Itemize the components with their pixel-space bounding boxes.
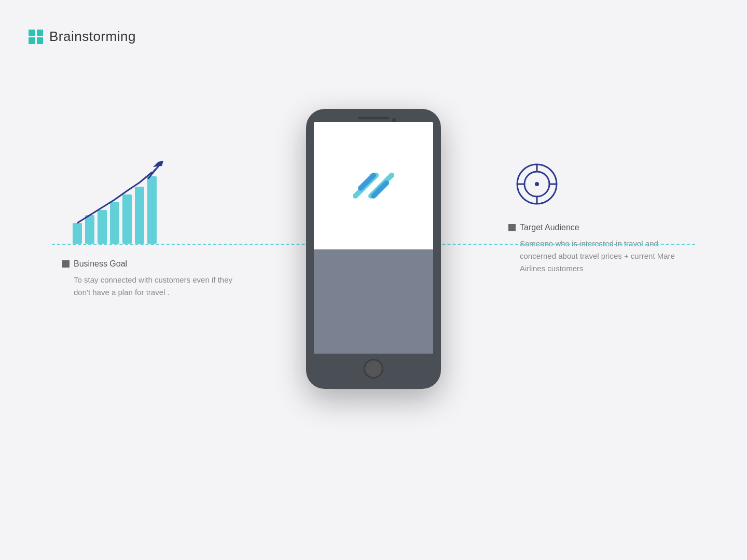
page-title: Brainstorming	[49, 29, 136, 45]
skyline-svg	[314, 249, 433, 312]
label-square-right	[508, 224, 516, 231]
phone-screen-top	[314, 122, 433, 249]
phone-speaker	[358, 117, 389, 119]
chart-container	[73, 161, 176, 244]
svg-rect-1	[85, 215, 94, 244]
app-logo	[348, 160, 399, 212]
header: Brainstorming	[29, 29, 136, 45]
target-audience-label: Target Audience	[508, 223, 579, 232]
target-audience-body: Someone who is interested in travel and …	[508, 237, 685, 275]
svg-rect-3	[110, 202, 119, 244]
target-icon	[514, 161, 560, 207]
business-goal-label: Business Goal	[62, 259, 127, 269]
label-square	[62, 260, 70, 268]
main-content: Business Goal To stay connected with cus…	[0, 83, 747, 560]
right-section: Target Audience Someone who is intereste…	[508, 161, 685, 275]
brainstorming-grid-icon	[29, 30, 43, 44]
phone-screen	[314, 122, 433, 354]
left-section: Business Goal To stay connected with cus…	[62, 161, 239, 299]
bar-chart	[73, 161, 176, 244]
svg-point-19	[535, 182, 539, 186]
business-goal-body: To stay connected with customers even if…	[62, 274, 239, 299]
business-goal-title: Business Goal	[74, 259, 127, 269]
phone	[306, 109, 441, 389]
svg-rect-5	[135, 187, 144, 244]
svg-rect-6	[147, 176, 157, 244]
svg-rect-2	[98, 210, 107, 244]
svg-marker-9	[153, 161, 163, 167]
svg-rect-4	[122, 194, 132, 244]
svg-rect-0	[73, 223, 82, 244]
svg-marker-16	[314, 255, 433, 312]
phone-container	[306, 109, 441, 389]
target-audience-title: Target Audience	[520, 223, 579, 232]
phone-home-button	[364, 359, 383, 379]
phone-screen-bottom	[314, 249, 433, 354]
